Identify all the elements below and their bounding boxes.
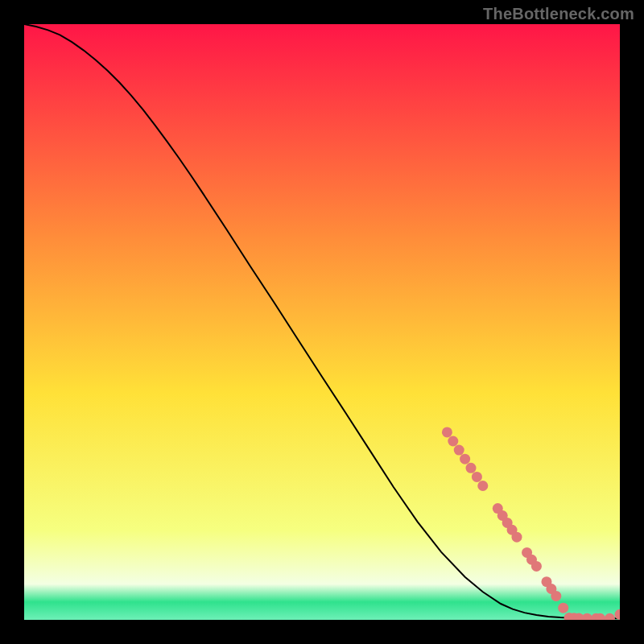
data-marker: [477, 481, 488, 491]
data-marker: [558, 603, 568, 613]
data-marker: [460, 454, 470, 464]
data-marker: [466, 463, 477, 473]
data-marker: [448, 436, 458, 447]
gradient-background: [24, 24, 620, 620]
chart-svg: [24, 24, 620, 620]
data-marker: [472, 472, 482, 482]
data-marker: [551, 591, 561, 601]
data-marker: [454, 445, 464, 456]
data-marker: [511, 532, 522, 543]
plot-area: [24, 24, 620, 620]
chart-stage: TheBottleneck.com: [0, 0, 644, 644]
data-marker: [442, 427, 452, 437]
data-marker: [531, 561, 542, 572]
attribution-label: TheBottleneck.com: [483, 5, 634, 23]
